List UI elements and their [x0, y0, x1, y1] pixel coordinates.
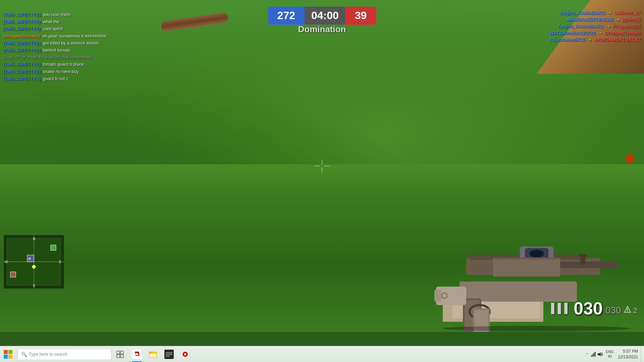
chat-message-8: [TMG_13PETTYS]: snake no here boy — [3, 69, 164, 75]
scoreboard: Tanjiro_KAMABAKO ➜ LriBrent_27 ARMGAMERT… — [549, 10, 641, 44]
network-icon[interactable] — [590, 351, 596, 357]
svg-rect-21 — [434, 290, 441, 302]
chat-message-5: [TMG_13PETTYS]: got killed by a ###### #… — [3, 40, 164, 46]
svg-rect-42 — [4, 355, 8, 359]
ammo-icon: ▌▌▌ — [551, 303, 571, 314]
svg-rect-56 — [166, 354, 172, 355]
crosshair: | — — | — [314, 159, 329, 173]
svg-point-23 — [443, 326, 631, 331]
score-red: 39 — [345, 7, 376, 24]
svg-point-60 — [184, 353, 186, 355]
ammo-reserve: 030 — [605, 305, 621, 316]
show-desktop-button[interactable] — [641, 346, 643, 362]
svg-rect-62 — [592, 354, 593, 357]
svg-rect-50 — [136, 353, 138, 355]
svg-rect-53 — [150, 354, 156, 357]
svg-text:N: N — [33, 237, 35, 241]
taskbar-search-bar[interactable]: 🔍 Type here to search — [17, 349, 111, 360]
volume-icon[interactable] — [597, 351, 603, 357]
ammo-extra: 2 — [624, 306, 637, 315]
chat-container: [TMG_13PETTYS]: you rush them [TMG_13PET… — [3, 12, 164, 83]
svg-rect-46 — [117, 355, 120, 358]
svg-rect-43 — [8, 355, 12, 359]
chat-message-1: [TMG_13PETTYS]: you rush them — [3, 12, 164, 18]
svg-rect-44 — [117, 351, 120, 354]
tray-time: 5:57 PM — [623, 349, 638, 354]
roblox-icon — [132, 350, 142, 359]
taskbar-app-roblox[interactable] — [129, 346, 145, 362]
taskbar-apps — [129, 346, 193, 362]
svg-rect-65 — [595, 352, 596, 357]
svg-point-15 — [531, 250, 543, 257]
tray-date: 12/13/2021 — [618, 354, 638, 360]
svg-rect-45 — [120, 351, 123, 354]
scoreboard-row-1: Tanjiro_KAMABAKO ➜ LriBrent_27 — [549, 10, 641, 15]
tray-language[interactable]: ENG IN — [604, 350, 615, 358]
taskbar-app-dark[interactable] — [161, 346, 177, 362]
svg-text:B: B — [29, 257, 31, 260]
svg-rect-19 — [495, 257, 558, 259]
svg-point-31 — [32, 265, 36, 268]
svg-text:S: S — [33, 284, 35, 288]
minimap: N S W E B — [3, 235, 64, 288]
score-blue: 272 — [268, 7, 305, 24]
svg-rect-57 — [166, 356, 170, 357]
hit-indicator — [626, 154, 634, 163]
start-button[interactable] — [0, 346, 16, 362]
chat-message-7: [TMG_13PETTYS]: tomato guard b place — [3, 61, 164, 67]
game-viewport: | — — | 272 04:00 39 Domination [TMG_13P… — [0, 0, 644, 332]
tray-chevron[interactable]: ^ — [585, 352, 589, 356]
score-bar: 272 04:00 39 — [268, 7, 376, 24]
chat-message-9: [TMG_13PETTYS]: guard b not c — [3, 76, 164, 82]
svg-rect-61 — [591, 355, 592, 357]
scoreboard-row-2: ARMGAMERTVAZAZ ➜ jghIntdjj — [549, 17, 641, 22]
svg-rect-30 — [51, 245, 56, 250]
svg-rect-47 — [120, 355, 123, 358]
chat-message-system: Chat '/?!' or '/help' for a list of chat… — [3, 54, 164, 60]
svg-rect-40 — [4, 350, 8, 354]
svg-point-39 — [627, 311, 628, 312]
task-view-button[interactable] — [113, 346, 127, 362]
game-mode-label: Domination — [298, 24, 346, 35]
svg-rect-64 — [594, 352, 595, 357]
svg-rect-55 — [166, 352, 172, 353]
taskbar-app-file-manager[interactable] — [145, 346, 161, 362]
svg-rect-63 — [593, 353, 594, 357]
chat-message-4: [DroppedTomato]: oh yeah sometimes it ##… — [3, 33, 164, 39]
chat-message-6: [TMG_13PETTYS]: behind tomato — [3, 47, 164, 53]
svg-text:W: W — [5, 260, 8, 264]
scoreboard-row-4: WATERmelon120722 ➜ DroppedTomato — [549, 30, 641, 36]
svg-rect-17 — [579, 254, 587, 257]
ammo-current: 030 — [574, 298, 603, 318]
chat-message-3: [TMG_13PETTYS]: cant sprint — [3, 26, 164, 32]
chat-message-2: [TMG_13PETTYS]: what the — [3, 19, 164, 25]
score-timer: 04:00 — [305, 7, 345, 24]
scoreboard-row-3: Tanjiro_KAMABAKO ➜ Progavin225 — [549, 23, 641, 29]
search-icon: 🔍 — [21, 352, 27, 357]
system-tray: ^ ENG — [585, 346, 644, 362]
svg-marker-66 — [598, 352, 601, 356]
taskbar: 🔍 Type here to search — [0, 346, 644, 362]
svg-text:E: E — [59, 260, 61, 264]
svg-rect-18 — [493, 258, 560, 277]
search-placeholder: Type here to search — [29, 352, 67, 357]
taskbar-app-red-circle[interactable] — [177, 346, 193, 362]
svg-rect-29 — [10, 272, 16, 277]
svg-rect-52 — [149, 352, 152, 353]
tray-icons — [589, 351, 604, 357]
ammo-container: ▌▌▌ 030 030 2 — [551, 298, 637, 318]
scoreboard-row-5: tojivocateo5733 ➜ ARMGAMERTVAZAZ — [549, 37, 641, 42]
tray-datetime[interactable]: 5:57 PM 12/13/2021 — [615, 349, 641, 360]
svg-rect-41 — [8, 350, 12, 354]
